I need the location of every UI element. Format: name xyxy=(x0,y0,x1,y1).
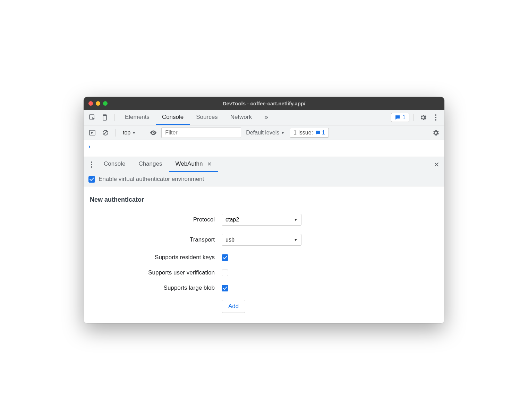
resident-keys-label: Supports resident keys xyxy=(90,254,222,261)
svg-rect-2 xyxy=(103,115,107,116)
issues-count: 1 xyxy=(322,130,325,136)
caret-down-icon: ▼ xyxy=(281,130,285,135)
drawer-tabs: Console Changes WebAuthn ✕ ✕ xyxy=(84,157,444,172)
tab-elements[interactable]: Elements xyxy=(119,110,156,125)
close-window-button[interactable] xyxy=(88,101,93,106)
caret-down-icon: ▼ xyxy=(294,218,298,222)
caret-down-icon: ▼ xyxy=(132,130,136,135)
protocol-select[interactable]: ctap2 ▼ xyxy=(222,214,301,226)
large-blob-checkbox[interactable] xyxy=(222,285,228,291)
log-levels-dropdown[interactable]: Default levels ▼ xyxy=(244,129,287,137)
settings-gear-icon[interactable] xyxy=(418,112,428,123)
separator xyxy=(414,114,414,121)
main-toolbar: Elements Console Sources Network » 1 xyxy=(84,110,444,125)
devtools-window: DevTools - coffee-cart.netlify.app/ Elem… xyxy=(84,97,444,323)
traffic-lights xyxy=(88,101,108,106)
close-drawer-icon[interactable]: ✕ xyxy=(431,159,442,170)
transport-value: usb xyxy=(225,237,235,243)
console-body[interactable]: › xyxy=(84,140,444,157)
separator xyxy=(114,114,114,121)
add-button[interactable]: Add xyxy=(222,300,245,313)
enable-virtual-authenticator-label: Enable virtual authenticator environment xyxy=(99,176,204,183)
live-expression-eye-icon[interactable] xyxy=(148,128,159,138)
drawer-kebab-icon[interactable] xyxy=(86,159,97,170)
protocol-label: Protocol xyxy=(90,216,222,223)
minimize-window-button[interactable] xyxy=(96,101,100,106)
execution-context-dropdown[interactable]: top ▼ xyxy=(121,129,138,137)
drawer-tab-webauthn-label: WebAuthn xyxy=(175,160,203,167)
drawer-tab-changes[interactable]: Changes xyxy=(132,157,168,172)
messages-count: 1 xyxy=(402,114,406,121)
zoom-window-button[interactable] xyxy=(103,101,108,106)
kebab-menu-icon[interactable] xyxy=(431,112,441,123)
chat-icon xyxy=(395,115,400,120)
window-title: DevTools - coffee-cart.netlify.app/ xyxy=(88,100,440,106)
console-settings-gear-icon[interactable] xyxy=(431,128,441,138)
issues-button[interactable]: 1 Issue: 1 xyxy=(290,128,329,138)
separator xyxy=(116,129,116,137)
svg-line-5 xyxy=(104,131,107,134)
clear-console-icon[interactable] xyxy=(100,128,111,138)
tab-sources[interactable]: Sources xyxy=(190,110,224,125)
resident-keys-checkbox[interactable] xyxy=(222,254,228,261)
inspect-element-icon[interactable] xyxy=(87,112,97,123)
issues-label: 1 Issue: xyxy=(293,130,313,136)
close-tab-icon[interactable]: ✕ xyxy=(207,161,212,167)
drawer-tab-console[interactable]: Console xyxy=(97,157,131,172)
console-prompt-icon: › xyxy=(88,143,90,149)
tab-network[interactable]: Network xyxy=(224,110,258,125)
caret-down-icon: ▼ xyxy=(294,238,298,242)
enable-row: Enable virtual authenticator environment xyxy=(84,172,444,186)
titlebar: DevTools - coffee-cart.netlify.app/ xyxy=(84,97,444,110)
protocol-value: ctap2 xyxy=(225,217,239,223)
levels-label: Default levels xyxy=(246,130,279,136)
user-verification-label: Supports user verification xyxy=(90,269,222,276)
separator xyxy=(143,129,143,137)
user-verification-checkbox[interactable] xyxy=(222,270,228,276)
tabs-overflow-button[interactable]: » xyxy=(258,110,274,125)
tab-console[interactable]: Console xyxy=(156,110,190,125)
chat-icon xyxy=(315,130,321,135)
drawer-tab-webauthn[interactable]: WebAuthn ✕ xyxy=(169,157,218,172)
toggle-sidebar-icon[interactable] xyxy=(87,128,97,138)
enable-virtual-authenticator-checkbox[interactable] xyxy=(88,176,95,183)
filter-input[interactable] xyxy=(161,128,241,138)
messages-badge[interactable]: 1 xyxy=(391,113,409,122)
context-value: top xyxy=(123,130,130,136)
panel-tabs: Elements Console Sources Network » xyxy=(119,110,274,125)
new-authenticator-form: New authenticator Protocol ctap2 ▼ Trans… xyxy=(84,186,444,323)
transport-label: Transport xyxy=(90,236,222,243)
device-toggle-icon[interactable] xyxy=(100,112,110,123)
form-title: New authenticator xyxy=(90,196,438,203)
console-toolbar: top ▼ Default levels ▼ 1 Issue: 1 xyxy=(84,125,444,140)
transport-select[interactable]: usb ▼ xyxy=(222,234,301,246)
large-blob-label: Supports large blob xyxy=(90,285,222,291)
svg-point-6 xyxy=(153,132,154,133)
